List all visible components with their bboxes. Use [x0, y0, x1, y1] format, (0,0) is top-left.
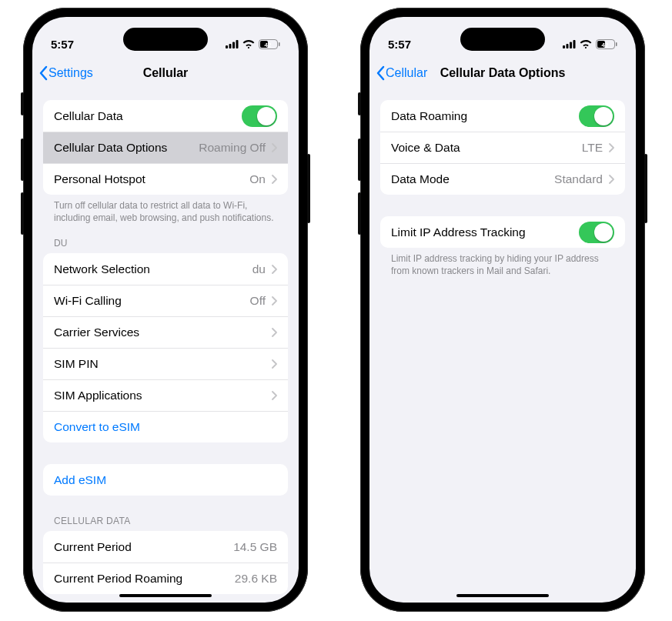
group-add-esim: Add eSIM	[43, 464, 288, 496]
label: Wi-Fi Calling	[54, 294, 122, 308]
svg-rect-15	[616, 42, 617, 46]
row-wifi-calling[interactable]: Wi-Fi Calling Off	[43, 285, 288, 316]
toggle-data-roaming[interactable]	[579, 105, 614, 127]
label: Current Period	[54, 540, 132, 554]
header-du: DU	[43, 224, 288, 252]
label: Carrier Services	[54, 326, 139, 339]
toggle-limit-ip[interactable]	[579, 222, 614, 243]
back-button[interactable]: Settings	[38, 65, 93, 81]
svg-rect-0	[226, 45, 228, 48]
toggle-cellular-data[interactable]	[242, 105, 277, 127]
label: Cellular Data	[54, 109, 123, 123]
value: Roaming Off	[199, 141, 266, 155]
chevron-right-icon	[609, 143, 614, 152]
home-indicator[interactable]	[119, 594, 212, 598]
back-button[interactable]: Cellular	[376, 65, 427, 81]
svg-rect-3	[236, 40, 239, 48]
label: Data Mode	[391, 172, 450, 186]
row-data-mode[interactable]: Data Mode Standard	[380, 163, 625, 195]
svg-rect-1	[229, 44, 232, 48]
svg-text:42: 42	[602, 41, 609, 48]
status-time: 5:57	[51, 38, 74, 51]
row-current-period-roaming[interactable]: Current Period Roaming 29.6 KB	[43, 563, 288, 594]
footer-limit-ip: Limit IP address tracking by hiding your…	[380, 248, 625, 277]
chevron-right-icon	[272, 175, 277, 184]
group-limit-ip: Limit IP Address Tracking	[380, 216, 625, 248]
value: 29.6 KB	[235, 572, 277, 586]
row-personal-hotspot[interactable]: Personal Hotspot On	[43, 163, 288, 195]
nav-bar: Settings Cellular	[32, 57, 299, 89]
svg-rect-9	[563, 45, 565, 48]
row-data-roaming[interactable]: Data Roaming	[380, 100, 625, 132]
label: SIM Applications	[54, 389, 142, 402]
row-carrier-services[interactable]: Carrier Services	[43, 316, 288, 348]
row-convert-to-esim[interactable]: Convert to eSIM	[43, 411, 288, 442]
chevron-left-icon	[376, 65, 385, 81]
value: On	[249, 172, 266, 186]
chevron-right-icon	[272, 359, 277, 369]
row-add-esim[interactable]: Add eSIM	[43, 464, 288, 496]
nav-bar: Cellular Cellular Data Options	[369, 57, 636, 89]
label: Current Period Roaming	[54, 572, 182, 586]
wifi-icon	[242, 40, 255, 48]
svg-rect-6	[279, 42, 280, 46]
phone-left: 5:57 42 Settings Cellular Cellular Data	[23, 8, 308, 612]
row-network-selection[interactable]: Network Selection du	[43, 253, 288, 285]
wifi-icon	[580, 40, 592, 48]
value: LTE	[582, 141, 603, 155]
group-carrier: Network Selection du Wi-Fi Calling Off C…	[43, 253, 288, 442]
row-cellular-data[interactable]: Cellular Data	[43, 100, 288, 132]
svg-rect-2	[232, 42, 235, 48]
svg-rect-11	[570, 42, 572, 48]
chevron-left-icon	[38, 65, 48, 81]
svg-text:42: 42	[265, 41, 272, 48]
footer-cellular-data: Turn off cellular data to restrict all d…	[43, 195, 288, 224]
back-label: Cellular	[386, 66, 427, 80]
group-usage: Current Period 14.5 GB Current Period Ro…	[43, 531, 288, 594]
chevron-right-icon	[609, 175, 614, 184]
home-indicator[interactable]	[456, 594, 549, 598]
label: Add eSIM	[54, 473, 106, 487]
svg-rect-10	[567, 44, 569, 48]
nav-title: Cellular	[143, 66, 189, 80]
chevron-right-icon	[272, 391, 277, 400]
label: Data Roaming	[391, 109, 467, 123]
group-cellular-main: Cellular Data Cellular Data Options Roam…	[43, 100, 288, 195]
value: Standard	[554, 172, 603, 186]
label: Personal Hotspot	[54, 172, 145, 186]
group-data-options: Data Roaming Voice & Data LTE Data Mode …	[380, 100, 625, 195]
value: 14.5 GB	[233, 540, 277, 554]
chevron-right-icon	[272, 296, 277, 305]
value: du	[252, 262, 266, 276]
chevron-right-icon	[272, 143, 277, 152]
label: Voice & Data	[391, 141, 460, 155]
phone-right: 5:57 42 Cellular Cellular Data Options D…	[360, 8, 645, 612]
label: SIM PIN	[54, 357, 99, 371]
row-limit-ip-tracking[interactable]: Limit IP Address Tracking	[380, 216, 625, 248]
back-label: Settings	[48, 66, 93, 80]
battery-icon: 42	[596, 39, 617, 49]
chevron-right-icon	[272, 328, 277, 337]
battery-icon: 42	[259, 39, 280, 49]
row-current-period[interactable]: Current Period 14.5 GB	[43, 531, 288, 563]
signal-icon	[563, 40, 576, 48]
row-sim-applications[interactable]: SIM Applications	[43, 379, 288, 411]
label: Network Selection	[54, 262, 150, 276]
row-voice-and-data[interactable]: Voice & Data LTE	[380, 132, 625, 163]
label: Convert to eSIM	[54, 420, 140, 434]
row-cellular-data-options[interactable]: Cellular Data Options Roaming Off	[43, 132, 288, 163]
signal-icon	[226, 40, 239, 48]
status-time: 5:57	[388, 38, 411, 51]
nav-title: Cellular Data Options	[440, 66, 566, 80]
row-sim-pin[interactable]: SIM PIN	[43, 348, 288, 379]
header-cellular-data: CELLULAR DATA	[43, 496, 288, 529]
value: Off	[250, 294, 266, 308]
chevron-right-icon	[272, 265, 277, 274]
label: Cellular Data Options	[54, 141, 167, 155]
svg-rect-12	[573, 40, 576, 48]
label: Limit IP Address Tracking	[391, 225, 526, 239]
